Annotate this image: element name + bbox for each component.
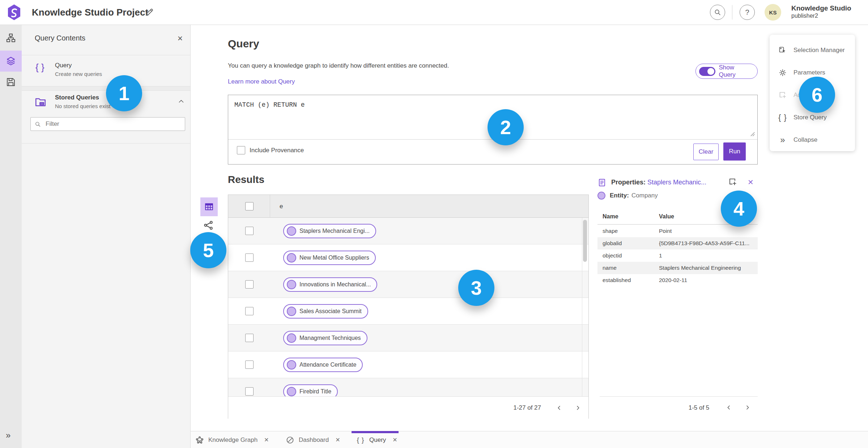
table-row[interactable]: Managment Techniques (228, 325, 588, 351)
entity-dot-icon (287, 280, 296, 289)
row-checkbox[interactable] (245, 334, 254, 342)
app-logo[interactable] (7, 4, 22, 21)
selection-manager-icon (778, 46, 787, 55)
item-label: Query (55, 62, 72, 69)
panel-close-button[interactable]: ✕ (177, 34, 183, 43)
table-row[interactable]: Firebird Title (228, 378, 588, 396)
chevron-right-icon (745, 405, 750, 410)
include-provenance-checkbox[interactable] (237, 146, 245, 154)
select-all-checkbox[interactable] (245, 202, 254, 210)
filter-search-icon (34, 121, 41, 128)
learn-more-link[interactable]: Learn more about Query (228, 78, 295, 85)
results-prev-page-button[interactable] (554, 402, 565, 413)
properties-title: Properties: (611, 179, 646, 186)
tab-close-button[interactable]: ✕ (335, 436, 340, 443)
entity-chip[interactable]: Firebird Title (283, 384, 338, 396)
entity-dot-icon (287, 333, 296, 343)
layers-icon (6, 56, 16, 66)
properties-pagination-label: 1-5 of 5 (673, 397, 725, 419)
add-rectangle-icon (778, 91, 787, 99)
filter-input[interactable] (45, 120, 181, 128)
show-query-toggle[interactable]: Show Query (695, 64, 758, 79)
property-value: Point (659, 225, 672, 237)
tab-label: Query (369, 436, 386, 444)
table-row[interactable]: Sales Associate Summit (228, 298, 588, 325)
help-button[interactable]: ? (740, 5, 755, 20)
entity-type-value: Company (631, 192, 658, 199)
properties-col-name: Name (603, 213, 618, 220)
sidebar-item-query[interactable]: { } Query Create new queries (22, 55, 190, 86)
tab-close-button[interactable]: ✕ (264, 436, 269, 443)
entity-chip[interactable]: Managment Techniques (283, 331, 367, 345)
row-checkbox[interactable] (245, 387, 254, 396)
tab-query[interactable]: { } Query ✕ (356, 431, 397, 448)
row-checkbox[interactable] (245, 360, 254, 369)
rail-layers-button[interactable] (6, 56, 16, 66)
stored-queries-filter[interactable] (30, 117, 185, 131)
table-view-button[interactable] (200, 197, 218, 216)
entity-chip[interactable]: Attendance Certificate (283, 358, 363, 372)
add-rectangle-icon (728, 177, 737, 187)
left-icon-rail: » (0, 25, 22, 448)
row-checkbox[interactable] (245, 307, 254, 315)
item-description: Create new queries (55, 71, 102, 77)
entity-chip[interactable]: New Metal Office Suppliers (283, 251, 376, 265)
entity-label: Entity: (610, 192, 629, 199)
row-checkbox[interactable] (245, 280, 254, 289)
menu-item-selection-manager[interactable]: Selection Manager (770, 39, 855, 61)
chevron-right-icon (575, 405, 581, 411)
entity-dot-icon (287, 226, 296, 236)
resize-handle[interactable] (750, 132, 755, 136)
collapse-section-button[interactable] (177, 97, 185, 105)
link-chart-view-button[interactable] (203, 219, 215, 231)
table-row[interactable]: Attendance Certificate (228, 351, 588, 378)
table-row[interactable]: New Metal Office Suppliers (228, 244, 588, 271)
chevron-up-icon (177, 97, 185, 105)
entity-chip[interactable]: Sales Associate Summit (283, 304, 368, 319)
entity-chip[interactable]: Innovations in Mechanical... (283, 277, 377, 292)
scrollbar-thumb[interactable] (583, 220, 587, 262)
add-to-selection-button[interactable] (728, 177, 737, 187)
tab-knowledge-graph[interactable]: Knowledge Graph ✕ (195, 431, 269, 448)
properties-entity-link[interactable]: Staplers Mechanic... (647, 179, 706, 186)
link-chart-icon (203, 220, 214, 231)
results-next-page-button[interactable] (573, 402, 583, 413)
item-label: Stored Queries (55, 94, 99, 101)
properties-prev-page-button[interactable] (723, 402, 734, 413)
annotation-badge-5: 5 (190, 232, 226, 268)
table-row[interactable]: Staplers Mechanical Engi... (228, 218, 588, 244)
user-menu[interactable]: Knowledge Studio publisher2 (791, 4, 867, 21)
table-row[interactable]: Innovations in Mechanical... (228, 271, 588, 298)
avatar[interactable]: KS (765, 4, 781, 21)
table-header-row: e (228, 195, 588, 218)
query-description: You can query a knowledge graph to ident… (228, 62, 449, 69)
avatar-initials: KS (769, 9, 777, 16)
entity-chip-label: Sales Associate Summit (299, 308, 362, 315)
project-title: Knowledge Studio Project (32, 0, 148, 25)
query-code-input[interactable]: MATCH (e) RETURN e (234, 101, 305, 108)
entity-chip-label: Attendance Certificate (299, 362, 356, 368)
tab-close-button[interactable]: ✕ (392, 436, 397, 443)
property-row: shape Point (597, 225, 758, 237)
rail-save-button[interactable] (6, 77, 16, 87)
clear-button[interactable]: Clear (693, 144, 719, 160)
tab-dashboard[interactable]: Dashboard ✕ (286, 431, 340, 448)
menu-item-collapse[interactable]: » Collapse (770, 129, 855, 151)
gear-icon (778, 68, 787, 77)
edit-title-button[interactable] (145, 8, 154, 17)
properties-close-button[interactable]: ✕ (748, 178, 754, 187)
braces-icon: { } (356, 436, 365, 444)
run-button[interactable]: Run (723, 142, 746, 161)
properties-next-page-button[interactable] (742, 402, 753, 413)
row-checkbox[interactable] (245, 227, 254, 235)
rail-data-model-button[interactable] (6, 33, 16, 43)
search-button[interactable] (710, 5, 725, 20)
entity-chip[interactable]: Staplers Mechanical Engi... (283, 224, 376, 238)
rail-expand-button[interactable]: » (6, 430, 10, 440)
toggle-label: Show Query (719, 64, 752, 78)
tab-label: Dashboard (299, 436, 329, 444)
property-value: {5D9B4713-F98D-4A53-A59F-C11... (659, 237, 749, 249)
row-checkbox[interactable] (245, 253, 254, 262)
knowledge-studio-app: Knowledge Studio Project ? KS Knowledge … (0, 0, 868, 448)
results-title: Results (228, 174, 264, 185)
